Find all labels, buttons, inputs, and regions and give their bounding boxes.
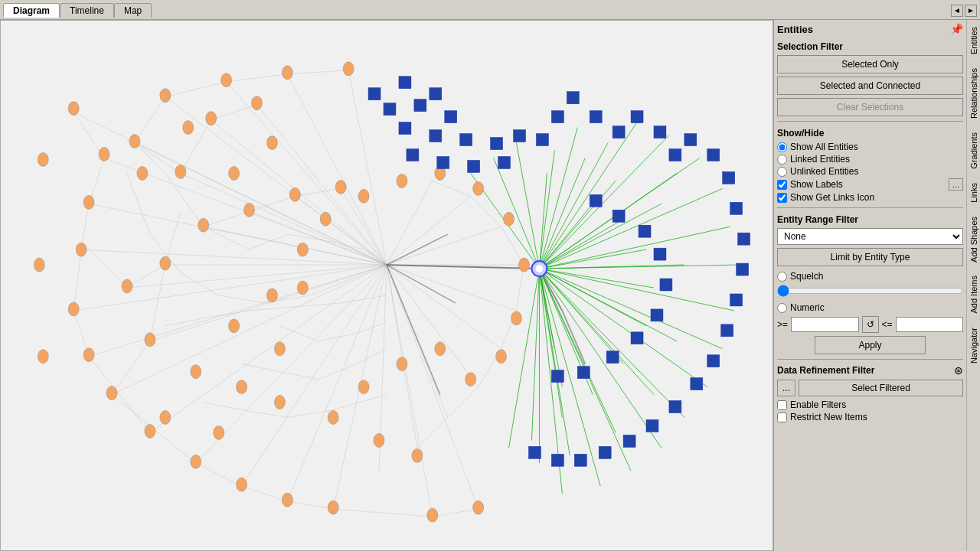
- gte-input[interactable]: [791, 317, 858, 332]
- svg-line-107: [539, 135, 669, 269]
- show-labels-label[interactable]: Show Labels: [790, 179, 843, 190]
- svg-line-146: [539, 269, 562, 387]
- svg-point-157: [68, 302, 79, 316]
- svg-rect-231: [551, 111, 564, 123]
- svg-line-43: [295, 188, 341, 196]
- svg-rect-218: [384, 103, 396, 116]
- diagram-svg: [1, 21, 773, 550]
- vtab-gradients[interactable]: Gradients: [967, 126, 981, 176]
- svg-line-10: [287, 265, 387, 501]
- svg-point-165: [160, 89, 171, 103]
- svg-rect-244: [730, 294, 743, 306]
- divider-3: [777, 359, 963, 360]
- svg-line-4: [74, 265, 387, 311]
- linked-entities-radio[interactable]: [777, 155, 787, 165]
- svg-rect-240: [723, 171, 735, 184]
- svg-line-17: [387, 265, 479, 509]
- show-all-radio[interactable]: [777, 142, 787, 152]
- svg-line-95: [204, 403, 242, 410]
- vtab-entities[interactable]: Entities: [967, 20, 981, 61]
- svg-point-164: [328, 500, 338, 514]
- vtab-add-shapes[interactable]: Add Shapes: [967, 210, 981, 269]
- svg-point-182: [38, 153, 48, 167]
- svg-line-3: [81, 249, 387, 265]
- diagram-area[interactable]: [0, 20, 773, 551]
- svg-point-173: [122, 279, 132, 293]
- svg-line-96: [242, 410, 288, 418]
- enable-filters-checkbox[interactable]: [777, 400, 787, 410]
- vtab-relationships[interactable]: Relationships: [967, 61, 981, 126]
- svg-point-156: [76, 243, 87, 256]
- tab-timeline[interactable]: Timeline: [60, 3, 114, 18]
- restrict-new-items-checkbox[interactable]: [777, 412, 787, 422]
- show-get-links-label[interactable]: Show Get Links Icon: [790, 192, 874, 203]
- entity-range-dropdown[interactable]: None: [777, 228, 963, 245]
- vtab-links[interactable]: Links: [967, 176, 981, 210]
- svg-line-97: [287, 410, 333, 418]
- svg-line-63: [89, 357, 150, 433]
- svg-line-142: [517, 143, 540, 269]
- squelch-label[interactable]: Squelch: [790, 271, 823, 282]
- svg-line-29: [387, 181, 433, 265]
- selected-only-button[interactable]: Selected Only: [777, 55, 963, 73]
- data-refinement-filter-icon[interactable]: ⊛: [954, 364, 963, 377]
- entity-range-dropdown-row: None: [777, 228, 963, 245]
- svg-rect-248: [669, 401, 681, 413]
- svg-line-81: [127, 173, 150, 234]
- clear-selections-button[interactable]: Clear Selections: [777, 98, 963, 116]
- tab-diagram[interactable]: Diagram: [3, 3, 60, 18]
- lte-label: <=: [882, 319, 893, 330]
- lte-input[interactable]: [896, 317, 963, 332]
- show-get-links-option: Show Get Links Icon: [777, 192, 963, 203]
- vtab-navigator[interactable]: Navigator: [967, 321, 981, 370]
- limit-entity-type-button[interactable]: Limit by Entity Type: [777, 248, 963, 266]
- show-all-label[interactable]: Show All Entities: [790, 142, 858, 152]
- numeric-label[interactable]: Numeric: [790, 302, 825, 313]
- tab-next-arrow[interactable]: ►: [965, 5, 977, 17]
- panel-header: Entities 📌: [777, 23, 963, 35]
- linked-entities-label[interactable]: Linked Entities: [790, 154, 850, 165]
- svg-rect-217: [430, 88, 442, 100]
- tab-map[interactable]: Map: [114, 3, 152, 18]
- svg-line-91: [242, 364, 280, 372]
- svg-rect-254: [528, 446, 541, 458]
- svg-rect-228: [498, 156, 511, 168]
- svg-line-136: [539, 269, 616, 432]
- unlinked-entities-label[interactable]: Unlinked Entities: [790, 166, 858, 177]
- svg-rect-246: [707, 355, 720, 367]
- svg-line-93: [318, 364, 356, 380]
- refinement-options-button[interactable]: ...: [777, 380, 795, 396]
- restrict-new-items-label[interactable]: Restrict New Items: [790, 412, 867, 422]
- svg-line-67: [135, 97, 165, 143]
- svg-rect-232: [567, 92, 579, 104]
- squelch-slider[interactable]: [777, 285, 963, 297]
- svg-point-159: [106, 386, 117, 400]
- show-get-links-checkbox[interactable]: [777, 193, 787, 203]
- svg-rect-260: [651, 309, 663, 321]
- svg-rect-222: [430, 130, 442, 142]
- svg-point-178: [289, 187, 300, 201]
- apply-button[interactable]: Apply: [815, 336, 926, 354]
- tab-prev-arrow[interactable]: ◄: [951, 5, 963, 17]
- unlinked-entities-radio[interactable]: [777, 167, 787, 177]
- svg-line-75: [165, 211, 181, 265]
- svg-point-196: [374, 433, 384, 447]
- svg-line-56: [448, 387, 479, 418]
- vtab-add-items[interactable]: Add Items: [967, 269, 981, 321]
- squelch-radio[interactable]: [777, 272, 787, 282]
- refresh-button[interactable]: ↺: [862, 316, 879, 333]
- svg-point-160: [145, 424, 155, 438]
- svg-point-203: [511, 311, 522, 325]
- selected-connected-button[interactable]: Selected and Connected: [777, 77, 963, 95]
- enable-filters-label[interactable]: Enable Filters: [790, 399, 846, 410]
- entity-range-filter-label: Entity Range Filter: [777, 214, 963, 225]
- svg-line-30: [387, 196, 471, 265]
- show-labels-options-button[interactable]: ...: [949, 178, 963, 191]
- select-filtered-button[interactable]: Select Filtered: [799, 380, 963, 396]
- numeric-radio[interactable]: [777, 303, 787, 313]
- show-labels-checkbox[interactable]: [777, 180, 787, 190]
- svg-point-167: [282, 66, 292, 80]
- pin-icon[interactable]: 📌: [950, 23, 963, 35]
- svg-point-197: [412, 448, 423, 462]
- svg-line-90: [356, 322, 387, 334]
